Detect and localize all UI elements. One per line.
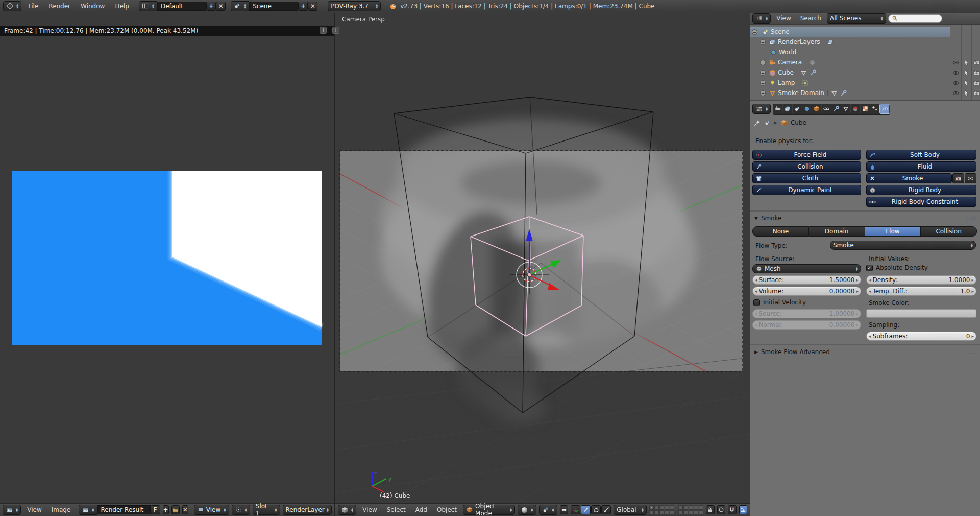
layers-grid-2[interactable] — [678, 505, 703, 515]
flow-source-select[interactable]: Mesh ▲▼ — [752, 264, 861, 273]
expand-icon[interactable]: + — [760, 80, 766, 86]
outliner-row-smoke-domain[interactable]: + Smoke Domain — [750, 88, 980, 98]
display-channels-select[interactable]: View ▲▼ — [194, 505, 229, 515]
eye-icon[interactable] — [952, 69, 959, 76]
render-layer-select[interactable]: RenderLayer▲▼ — [283, 505, 332, 515]
pin-icon[interactable] — [753, 119, 761, 126]
editor-type-button[interactable]: ▲▼ — [752, 13, 771, 24]
expand-icon[interactable]: + — [760, 60, 766, 65]
tab-constraints[interactable] — [822, 104, 831, 113]
decrement-arrow[interactable]: ◂ — [755, 289, 757, 294]
decrement-arrow[interactable]: ◂ — [755, 277, 757, 283]
menu-file[interactable]: File — [24, 3, 42, 10]
menu-object[interactable]: Object — [433, 506, 460, 513]
decrement-arrow[interactable]: ◂ — [869, 289, 871, 294]
smoke-flow-advanced-header[interactable]: ▶ Smoke Flow Advanced — [754, 347, 830, 357]
render-restrict-icon[interactable] — [973, 69, 980, 76]
outliner-row-scene[interactable]: − Scene — [750, 27, 980, 37]
smoke-type-collision[interactable]: Collision — [921, 226, 977, 237]
image-browse-button[interactable]: ▲▼ — [79, 505, 97, 515]
soft-body-button[interactable]: Soft Body — [866, 150, 976, 160]
cursor-select-icon[interactable] — [963, 69, 970, 76]
transform-orientation-select[interactable]: Global▲▼ — [614, 505, 647, 515]
add-layout-button[interactable]: + — [206, 2, 216, 11]
initial-velocity-checkbox[interactable] — [753, 299, 760, 306]
decrement-arrow[interactable]: ◂ — [869, 277, 871, 283]
tab-particles[interactable] — [870, 104, 880, 113]
flow-type-select[interactable]: Smoke ▲▼ — [830, 241, 976, 250]
delete-layout-button[interactable]: ✕ — [216, 2, 226, 11]
outliner-row-camera[interactable]: + Camera — [750, 57, 980, 67]
app-menu-button[interactable]: ▲▼ — [3, 1, 21, 11]
increment-arrow[interactable]: ▸ — [971, 277, 974, 283]
temp-diff-field[interactable]: ◂ Temp. Diff.: 1.0 ▸ — [866, 287, 976, 296]
increment-arrow[interactable]: ▸ — [856, 289, 859, 294]
tab-render-layers[interactable] — [783, 104, 793, 113]
menu-select[interactable]: Select — [383, 506, 409, 513]
render-restrict-icon[interactable] — [973, 89, 980, 97]
render-result-canvas[interactable] — [0, 13, 334, 503]
viewport-shading-select[interactable]: ▲▼ — [518, 505, 536, 515]
smoke-view-toggle[interactable] — [965, 173, 976, 183]
render-restrict-icon[interactable] — [973, 59, 980, 66]
lock-to-scene-button[interactable] — [706, 505, 714, 514]
expand-region-button[interactable]: + — [320, 27, 327, 34]
decrement-arrow[interactable]: ◂ — [869, 334, 871, 339]
collapse-icon[interactable]: − — [752, 29, 757, 35]
viewport-3d[interactable]: z y x (42) Cube Camera Persp + ▲▼ View S… — [335, 13, 750, 516]
smoke-type-flow[interactable]: Flow — [865, 226, 921, 237]
fake-user-button[interactable]: F — [151, 505, 160, 514]
render-engine-select[interactable]: POV-Ray 3.7▲▼ — [328, 1, 381, 11]
tab-modifiers[interactable] — [831, 104, 841, 113]
pivot-point-select[interactable]: ▲▼ — [539, 505, 557, 515]
expand-icon[interactable]: + — [760, 39, 766, 45]
unlink-image-button[interactable]: ✕ — [182, 505, 188, 514]
screen-layout-name-field[interactable]: Default — [157, 2, 206, 11]
expand-icon[interactable]: + — [760, 90, 766, 96]
snap-element-button[interactable] — [739, 505, 747, 514]
smoke-panel-header[interactable]: ▼ Smoke — [754, 214, 781, 223]
delete-scene-button[interactable]: ✕ — [308, 2, 317, 11]
slot-select[interactable]: Slot 1▲▼ — [253, 505, 280, 515]
manipulator-scale-button[interactable] — [601, 505, 611, 514]
proportional-edit-button[interactable] — [717, 505, 725, 514]
manipulator-rotate-button[interactable] — [591, 505, 601, 514]
rigid-body-constraint-button[interactable]: Rigid Body Constraint — [866, 197, 976, 207]
dynamic-paint-button[interactable]: Dynamic Paint — [752, 185, 861, 195]
scene-browse-button[interactable]: ▲▼ — [231, 1, 249, 11]
outliner-filter-select[interactable]: All Scenes▲▼ — [827, 13, 886, 24]
collision-button[interactable]: Collision — [752, 161, 861, 172]
smoke-type-none[interactable]: None — [752, 226, 809, 237]
surface-field[interactable]: ◂ Surface: 1.50000 ▸ — [752, 275, 861, 285]
screen-layout-browse-button[interactable]: ▲▼ — [139, 1, 157, 11]
outliner-search-input[interactable] — [888, 14, 942, 23]
outliner-row-lamp[interactable]: + Lamp — [750, 78, 980, 88]
open-image-button[interactable] — [172, 505, 180, 514]
increment-arrow[interactable]: ▸ — [971, 289, 974, 294]
density-field[interactable]: ◂ Density: 1.0000 ▸ — [866, 275, 976, 285]
outliner-row-cube[interactable]: + Cube — [750, 67, 980, 78]
scene-context-icon[interactable] — [764, 119, 771, 126]
cursor-select-icon[interactable] — [963, 89, 970, 97]
eye-icon[interactable] — [952, 89, 959, 97]
editor-type-button[interactable]: ▲▼ — [752, 104, 771, 114]
increment-arrow[interactable]: ▸ — [971, 334, 974, 339]
tab-texture[interactable] — [861, 104, 870, 113]
rigid-body-button[interactable]: Rigid Body — [866, 185, 976, 195]
panel-drag-dots[interactable]: :::: — [967, 215, 976, 221]
absolute-density-row[interactable]: ✓ Absolute Density — [866, 264, 928, 271]
manipulator-toggle-button[interactable]: ⇔ — [560, 505, 568, 514]
force-field-button[interactable]: Force Field — [752, 150, 861, 160]
increment-arrow[interactable]: ▸ — [856, 277, 859, 283]
tab-material[interactable] — [851, 104, 861, 113]
fluid-button[interactable]: Fluid — [866, 161, 976, 172]
menu-search[interactable]: Search — [797, 15, 825, 22]
volume-field[interactable]: ◂ Volume: 0.00000 ▸ — [752, 287, 861, 296]
tab-scene[interactable] — [793, 104, 802, 113]
image-name-field[interactable]: Render Result — [97, 505, 151, 514]
expand-region-button[interactable]: + — [332, 27, 339, 34]
smoke-render-toggle[interactable] — [952, 173, 964, 183]
tab-world[interactable] — [802, 104, 812, 113]
source-field[interactable]: ◂ Source: 1.00000 ▸ — [752, 309, 861, 318]
tab-object-data[interactable] — [841, 104, 851, 113]
